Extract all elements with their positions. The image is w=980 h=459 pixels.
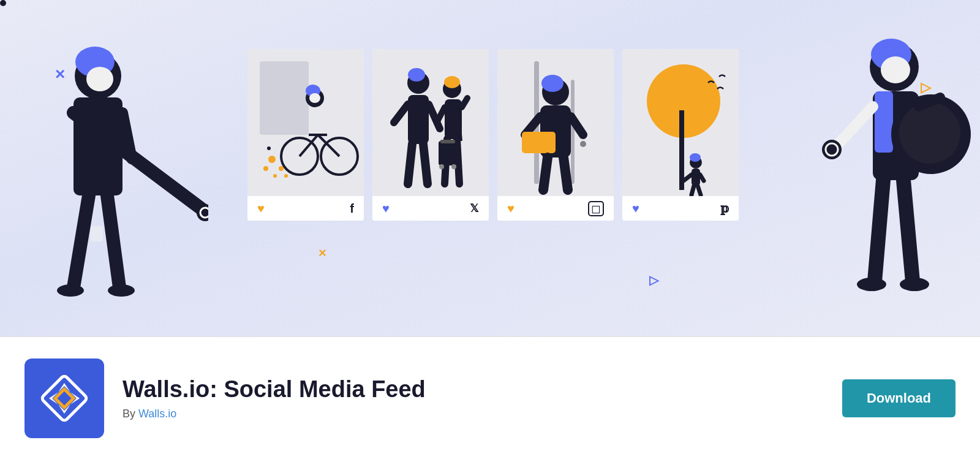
card-4-footer: ♥ 𝕡 [622,196,739,221]
svg-point-46 [439,164,444,169]
plugin-title: Walls.io: Social Media Feed [123,376,842,404]
svg-line-8 [74,195,89,287]
card-4-image [622,49,739,196]
instagram-icon: ◻ [588,201,604,216]
facebook-icon: f [350,202,354,216]
plugin-icon-wrapper [24,358,104,438]
pinterest-icon: 𝕡 [720,201,729,216]
heart-icon-3: ♥ [507,202,514,216]
svg-rect-12 [91,226,103,241]
svg-line-59 [564,157,568,190]
heart-icon-1: ♥ [257,202,265,216]
card-3-image [497,49,614,196]
svg-line-36 [423,144,428,184]
svg-point-85 [900,278,929,291]
card-2-footer: ♥ 𝕏 [372,196,489,221]
svg-point-77 [899,102,960,164]
plugin-author-link[interactable]: Walls.io [138,408,176,420]
svg-rect-86 [40,374,89,423]
svg-rect-51 [571,80,575,184]
svg-point-31 [408,68,425,82]
heart-icon-2: ♥ [382,202,390,216]
card-1-footer: ♥ f [247,196,364,221]
plugin-author-line: By Walls.io [123,408,842,420]
card-3-footer: ♥ ◻ [497,196,614,221]
svg-point-2 [86,67,113,91]
card-1: ♥ f [247,49,364,221]
card-4: ♥ 𝕡 [622,49,739,221]
by-label: By [123,408,135,420]
svg-line-9 [107,195,119,287]
svg-rect-63 [679,110,684,190]
hero-banner: × × ▷ ▷ [0,0,980,336]
figure-right [784,18,980,336]
svg-line-68 [692,186,694,195]
deco-x-yellow: × [318,245,326,261]
svg-point-38 [444,76,460,88]
svg-rect-14 [260,61,309,135]
svg-line-78 [836,107,873,146]
svg-point-26 [273,174,277,178]
card-2: ♥ 𝕏 [372,49,489,221]
plugin-info-section: Walls.io: Social Media Feed By Walls.io … [0,336,980,459]
card-2-image [372,49,489,196]
svg-point-53 [541,75,564,92]
heart-icon-4: ♥ [632,202,639,216]
svg-point-23 [268,156,276,163]
plugin-logo-icon [37,371,92,426]
card-1-image [247,49,364,196]
svg-rect-75 [875,91,893,153]
card-3: ♥ ◻ [497,49,614,221]
download-button[interactable]: Download [842,379,956,417]
svg-point-10 [57,284,84,297]
deco-dot [0,0,6,6]
cards-container: ♥ f [214,49,772,221]
figure-left [0,18,208,336]
svg-rect-65 [692,169,700,186]
twitter-icon: 𝕏 [470,202,479,215]
svg-rect-57 [522,132,556,153]
svg-line-82 [875,180,883,281]
svg-point-70 [690,153,701,162]
svg-rect-45 [440,140,455,143]
svg-line-83 [903,180,913,281]
svg-point-25 [263,166,268,171]
svg-point-27 [284,174,288,178]
svg-point-24 [279,166,284,171]
svg-point-11 [108,284,135,297]
svg-rect-44 [439,141,457,165]
svg-point-17 [309,93,320,103]
svg-point-84 [857,278,886,291]
svg-point-47 [451,164,456,169]
svg-point-73 [881,56,910,83]
plugin-text-block: Walls.io: Social Media Feed By Walls.io [123,376,842,420]
svg-line-43 [457,139,459,184]
svg-line-69 [698,186,701,195]
svg-line-35 [408,144,412,184]
deco-triangle-blue: ▷ [649,273,658,287]
svg-point-28 [267,146,271,150]
svg-point-60 [580,141,586,147]
svg-line-58 [543,157,548,190]
